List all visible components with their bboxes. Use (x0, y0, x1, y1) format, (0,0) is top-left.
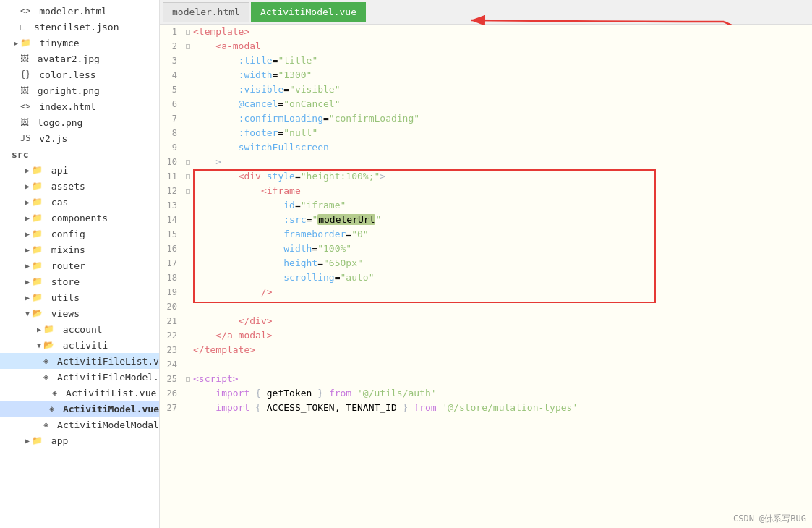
code-line-10: 10 □ > (160, 155, 812, 169)
folder-icon: 📁 (43, 324, 54, 334)
sidebar-item-config[interactable]: ▶ 📁 config (0, 226, 159, 242)
sidebar-item-label: logo.png (38, 117, 83, 128)
sidebar-item-label: activiti (63, 340, 108, 351)
code-line-17: 17 height="650px" (160, 256, 812, 271)
sidebar-item-index-html[interactable]: <> index.html (0, 98, 159, 114)
sidebar-item-cas[interactable]: ▶ 📁 cas (0, 194, 159, 210)
html-file-icon: <> (20, 101, 30, 111)
code-line-26: 26 import { getToken } from '@/utils/aut… (160, 386, 812, 401)
sidebar-item-label: utils (51, 292, 80, 303)
sidebar-item-ActivitiList-vue[interactable]: ◈ ActivitiList.vue (0, 385, 159, 401)
sidebar-item-store[interactable]: ▶ 📁 store (0, 273, 159, 289)
sidebar-item-goright-png[interactable]: 🖼 goright.png (0, 82, 159, 98)
sidebar-item-ActivitiModelModal-vue[interactable]: ◈ ActivitiModelModal.vue (0, 417, 159, 433)
sidebar-item-label: ActivitiModelModal.vue (57, 420, 160, 430)
sidebar-item-v2-js[interactable]: JS v2.js (0, 130, 159, 146)
sidebar-item-ActivitiModel-vue[interactable]: ◈ ActivitiModel.vue (0, 401, 159, 417)
collapse-arrow-icon: ▶ (23, 182, 32, 190)
sidebar-item-label: views (51, 308, 80, 319)
vue-file-icon: ◈ (43, 372, 48, 382)
tab-ActivitiModel-vue[interactable]: ActivitiModel.vue (251, 2, 366, 22)
code-line-11: 11 □ <div style="height:100%;"> (160, 169, 812, 184)
sidebar-item-components[interactable]: ▶ 📁 components (0, 210, 159, 226)
tab-label: modeler.html (172, 7, 240, 17)
sidebar-item-api[interactable]: ▶ 📁 api (0, 162, 159, 178)
sidebar-item-mixins[interactable]: ▶ 📁 mixins (0, 242, 159, 257)
sidebar-item-ActivitiFileModel-vue[interactable]: ◈ ActivitiFileModel.vue (0, 369, 159, 385)
code-line-19: 19 /> (160, 285, 812, 299)
folder-icon: 📁 (32, 165, 43, 175)
sidebar-item-label: ActivitiFileList.vue (57, 356, 160, 367)
collapse-arrow-icon: ▶ (23, 214, 32, 222)
sidebar-item-color-less[interactable]: {} color.less (0, 67, 159, 82)
code-line-5: 5 :visible="visible" (160, 82, 812, 97)
js-file-icon: JS (20, 133, 30, 143)
sidebar-item-label: account (63, 324, 103, 335)
code-line-15: 15 frameborder="0" (160, 227, 812, 242)
sidebar-item-avatar2-jpg[interactable]: 🖼 avatar2.jpg (0, 51, 159, 67)
folder-icon: 📁 (32, 213, 43, 223)
code-line-20: 20 (160, 299, 812, 314)
collapse-arrow-icon: ▶ (23, 278, 32, 286)
sidebar-item-label: color.less (39, 69, 95, 80)
sidebar-item-label: components (51, 213, 108, 223)
folder-icon: 📁 (32, 292, 43, 302)
collapse-arrow-icon: ▶ (23, 166, 32, 174)
expand-arrow-icon: ▼ (35, 341, 43, 349)
code-line-7: 7 :confirmLoading="confirmLoading" (160, 111, 812, 126)
sidebar-item-ActivitiFileList-vue[interactable]: ◈ ActivitiFileList.vue (0, 353, 159, 369)
sidebar-item-stencilset-json[interactable]: □ stencilset.json (0, 19, 159, 35)
folder-icon: 📂 (43, 340, 54, 350)
expand-arrow-icon: ▼ (23, 310, 32, 318)
sidebar-item-logo-png[interactable]: 🖼 logo.png (0, 114, 159, 130)
sidebar-item-views[interactable]: ▼ 📂 views (0, 305, 159, 321)
json-file-icon: □ (20, 22, 25, 32)
sidebar-item-account[interactable]: ▶ 📁 account (0, 321, 159, 337)
sidebar-item-label: tinymce (40, 38, 80, 48)
sidebar-item-label: cas (51, 197, 68, 208)
collapse-arrow-icon: ▶ (23, 294, 32, 302)
tab-modeler-html[interactable]: modeler.html (163, 2, 249, 22)
sidebar-item-label: index.html (39, 101, 95, 112)
sidebar-item-router[interactable]: ▶ 📁 router (0, 257, 159, 273)
code-line-14: 14 :src="modelerUrl" (160, 213, 812, 227)
code-line-24: 24 (160, 357, 812, 372)
sidebar-item-label: v2.js (39, 133, 67, 144)
vue-file-icon: ◈ (52, 388, 57, 398)
sidebar-section-src: src (0, 146, 159, 162)
code-line-6: 6 @cancel="onCancel" (160, 97, 812, 111)
sidebar-item-assets[interactable]: ▶ 📁 assets (0, 178, 159, 194)
folder-icon: 📁 (32, 181, 43, 191)
collapse-arrow-icon: ▶ (23, 198, 32, 206)
code-line-25: 25 □ <script> (160, 372, 812, 386)
code-line-8: 8 :footer="null" (160, 126, 812, 140)
folder-icon: 📁 (20, 38, 31, 48)
code-line-18: 18 scrolling="auto" (160, 271, 812, 285)
sidebar-item-tinymce[interactable]: ▶ 📁 tinymce (0, 35, 159, 51)
folder-icon: 📁 (32, 229, 43, 239)
code-line-22: 22 </a-modal> (160, 328, 812, 343)
folder-icon: 📁 (32, 260, 43, 271)
sidebar-item-app[interactable]: ▶ 📁 app (0, 433, 159, 448)
code-line-16: 16 width="100%" (160, 242, 812, 256)
code-line-12: 12 □ <iframe (160, 184, 812, 198)
sidebar-item-label: assets (51, 181, 85, 192)
sidebar-item-modeler-html[interactable]: <> modeler.html (0, 3, 159, 19)
less-file-icon: {} (20, 69, 30, 80)
folder-icon: 📁 (32, 244, 43, 255)
code-line-23: 23 </template> (160, 343, 812, 357)
folder-icon: 📁 (32, 435, 43, 446)
png-file-icon: 🖼 (20, 85, 29, 95)
code-line-21: 21 </div> (160, 314, 812, 328)
sidebar-item-label: goright.png (38, 85, 100, 96)
sidebar-item-activiti[interactable]: ▼ 📂 activiti (0, 337, 159, 353)
sidebar-item-utils[interactable]: ▶ 📁 utils (0, 289, 159, 305)
folder-icon: 📁 (32, 197, 43, 207)
folder-icon: 📂 (32, 308, 43, 318)
code-line-13: 13 id="iframe" (160, 198, 812, 213)
editor-area: modeler.html ActivitiModel.vue 1 □ <temp… (160, 0, 812, 528)
code-editor[interactable]: 1 □ <template> 2 □ <a-modal 3 :title="ti… (160, 25, 812, 528)
jpg-file-icon: 🖼 (20, 54, 29, 64)
tab-label: ActivitiModel.vue (260, 7, 356, 17)
sidebar-item-label: ActivitiList.vue (66, 388, 156, 399)
